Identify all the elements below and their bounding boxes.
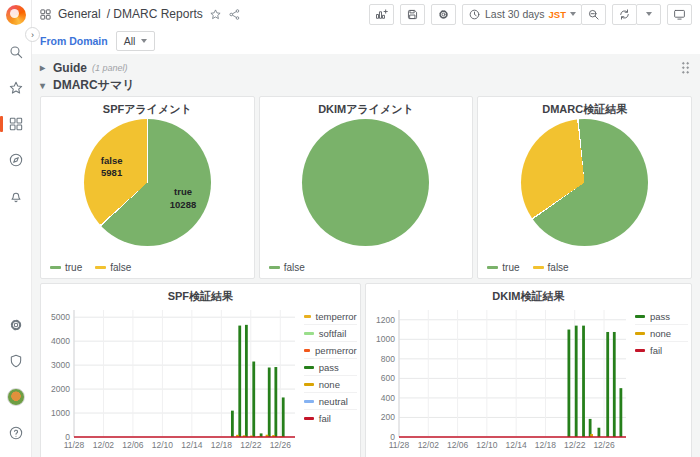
svg-text:600: 600	[381, 373, 395, 383]
svg-text:12/06: 12/06	[447, 440, 469, 450]
pie-slice-label: false5981	[101, 154, 123, 179]
svg-text:12/18: 12/18	[211, 440, 233, 450]
variable-label[interactable]: From Domain	[40, 35, 108, 47]
y-grid: 010002000300040005000	[51, 312, 295, 442]
help-icon[interactable]	[7, 424, 25, 442]
panel-title[interactable]: SPFアライメント	[41, 97, 254, 116]
save-dashboard-button[interactable]	[400, 4, 425, 25]
time-range-picker[interactable]: Last 30 days JST	[462, 4, 582, 25]
breadcrumb-folder[interactable]: General	[58, 7, 101, 21]
legend-item-none[interactable]: none	[304, 376, 357, 393]
chevron-down-icon	[570, 12, 576, 16]
row-guide-title: Guide	[53, 61, 87, 75]
dashboard-topbar: General / DMARC Reports	[32, 0, 700, 28]
legend-item-pass[interactable]: pass	[304, 359, 357, 376]
svg-text:1000: 1000	[376, 334, 395, 344]
svg-text:11/28: 11/28	[64, 440, 85, 450]
panel-spf-alignment: SPFアライメント true10288false5981 truefalse	[40, 96, 255, 279]
legend-item-temperror[interactable]: temperror	[304, 308, 357, 325]
time-range-label: Last 30 days	[485, 8, 545, 20]
grafana-logo-icon[interactable]	[6, 5, 26, 25]
legend-item-true[interactable]: true	[50, 262, 82, 273]
pie-slice-label: true10288	[170, 186, 196, 211]
server-admin-shield-icon[interactable]	[7, 352, 25, 370]
legend-item-neutral[interactable]: neutral	[304, 393, 357, 410]
row-guide-panel-count: (1 panel)	[92, 63, 128, 73]
dashboard-canvas: ▸ Guide (1 panel) ▾ DMARCサマリ SPFアライメント t…	[32, 54, 700, 457]
legend-item-false[interactable]: false	[269, 262, 305, 273]
chevron-down-icon	[141, 39, 147, 43]
row-dmarc-summary-title: DMARCサマリ	[53, 77, 135, 94]
row-drag-handle-icon[interactable]	[681, 61, 690, 74]
page-title: / DMARC Reports	[107, 7, 203, 21]
panel-spf-result: SPF検証結果 01000200030004000500011/2812/021…	[40, 283, 361, 457]
legend-item-true[interactable]: true	[487, 262, 519, 273]
starred-dashboards-icon[interactable]	[7, 79, 25, 97]
svg-text:400: 400	[381, 393, 395, 403]
pie-panels-row: SPFアライメント true10288false5981 truefalse D…	[40, 96, 692, 279]
panel-title[interactable]: DKIMアライメント	[260, 97, 473, 116]
refresh-button[interactable]	[612, 4, 637, 25]
chevron-right-icon: ▸	[40, 62, 48, 73]
svg-text:11/28: 11/28	[388, 440, 409, 450]
svg-text:3000: 3000	[51, 360, 70, 370]
row-guide[interactable]: ▸ Guide (1 panel)	[40, 58, 692, 77]
chart-legend: temperrorsoftfailpermerrorpassnoneneutra…	[297, 303, 357, 455]
timeseries-panels-row: SPF検証結果 01000200030004000500011/2812/021…	[40, 283, 692, 457]
alerting-bell-icon[interactable]	[7, 187, 25, 205]
share-dashboard-icon[interactable]	[228, 8, 241, 21]
svg-text:12/26: 12/26	[593, 440, 615, 450]
refresh-interval-button[interactable]	[636, 4, 661, 25]
legend-item-permerror[interactable]: permerror	[304, 342, 357, 359]
svg-text:1200: 1200	[376, 315, 395, 325]
panel-title[interactable]: SPF検証結果	[41, 284, 360, 303]
variable-select[interactable]: All	[116, 31, 156, 51]
explore-compass-icon[interactable]	[7, 151, 25, 169]
svg-text:4000: 4000	[51, 336, 70, 346]
x-grid: 11/2812/0212/0612/1012/1412/1812/2212/26	[388, 310, 614, 450]
toolbar-actions: Last 30 days JST	[369, 4, 692, 25]
svg-text:5000: 5000	[51, 312, 70, 322]
legend-item-none[interactable]: none	[635, 325, 688, 342]
svg-text:12/22: 12/22	[564, 440, 586, 450]
breadcrumb: General / DMARC Reports	[39, 7, 241, 21]
clock-icon	[468, 8, 481, 21]
dashboards-icon[interactable]	[7, 115, 25, 133]
grafana-app: › General	[0, 0, 700, 457]
y-grid: 020040060080010001200	[376, 315, 626, 442]
svg-text:1000: 1000	[51, 408, 70, 418]
svg-text:12/02: 12/02	[93, 440, 115, 450]
legend-item-fail[interactable]: fail	[635, 342, 688, 358]
panel-title[interactable]: DKIM検証結果	[366, 284, 691, 303]
dashboard-settings-button[interactable]	[431, 4, 456, 25]
user-avatar[interactable]	[7, 388, 25, 406]
legend-item-false[interactable]: false	[533, 262, 569, 273]
sidebar-expand-button[interactable]: ›	[25, 27, 40, 42]
star-dashboard-icon[interactable]	[209, 8, 222, 21]
zoom-out-time-button[interactable]	[581, 4, 606, 25]
sidebar: ›	[0, 0, 32, 457]
add-panel-button[interactable]	[369, 4, 394, 25]
spf-alignment-pie: true10288false5981	[84, 119, 211, 246]
dmarc-result-pie	[521, 119, 648, 246]
pie-legend: truefalse	[50, 262, 131, 273]
svg-text:12/14: 12/14	[505, 440, 527, 450]
search-icon[interactable]	[7, 43, 25, 61]
bars	[567, 326, 622, 437]
legend-item-fail[interactable]: fail	[304, 410, 357, 426]
bars	[231, 325, 285, 437]
legend-item-softfail[interactable]: softfail	[304, 325, 357, 342]
legend-item-false[interactable]: false	[95, 262, 131, 273]
dashboard-grid-icon	[39, 8, 52, 21]
pie-legend: false	[269, 262, 305, 273]
row-dmarc-summary[interactable]: ▾ DMARCサマリ	[40, 77, 692, 94]
cycle-view-mode-button[interactable]	[667, 4, 692, 25]
configuration-gear-icon[interactable]	[7, 316, 25, 334]
svg-text:12/14: 12/14	[181, 440, 203, 450]
legend-item-pass[interactable]: pass	[635, 308, 688, 325]
svg-text:2000: 2000	[51, 384, 70, 394]
svg-text:800: 800	[381, 354, 395, 364]
refresh-controls	[612, 4, 661, 25]
panel-title[interactable]: DMARC検証結果	[478, 97, 691, 116]
svg-text:200: 200	[381, 412, 395, 422]
